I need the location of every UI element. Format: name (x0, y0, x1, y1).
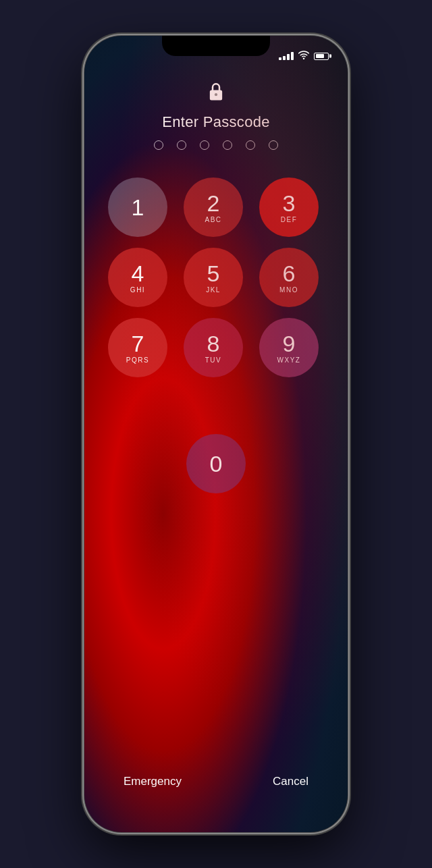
key-4[interactable]: 4 GHI (108, 248, 167, 307)
key-8[interactable]: 8 TUV (184, 318, 243, 377)
key-3[interactable]: 3 DEF (259, 178, 319, 237)
notch (162, 36, 270, 56)
status-icons (279, 51, 329, 61)
key-1[interactable]: 1 (108, 178, 167, 237)
cancel-button[interactable]: Cancel (266, 768, 315, 795)
passcode-dot-1 (154, 140, 163, 150)
key-9-number: 9 (283, 332, 296, 355)
key-8-number: 8 (207, 332, 220, 355)
keypad-bottom: 0 (108, 434, 324, 493)
passcode-title: Enter Passcode (162, 113, 270, 131)
key-4-letters: GHI (130, 286, 145, 294)
key-5-number: 5 (207, 262, 220, 285)
key-6[interactable]: 6 MNO (259, 248, 319, 307)
key-2-letters: ABC (205, 216, 221, 223)
lock-icon (205, 82, 227, 102)
passcode-dot-4 (223, 140, 232, 150)
key-5[interactable]: 5 JKL (184, 248, 243, 307)
key-9-letters: WXYZ (277, 356, 301, 364)
phone-screen: Enter Passcode 1 2 ABC 3 DEF 4 (84, 36, 348, 832)
key-2-number: 2 (207, 192, 220, 215)
passcode-dot-5 (246, 140, 255, 150)
svg-point-1 (215, 93, 217, 96)
key-3-letters: DEF (281, 216, 298, 223)
keypad: 1 2 ABC 3 DEF 4 GHI 5 JKL 6 MNO (108, 178, 324, 377)
key-8-letters: TUV (205, 356, 222, 364)
key-7-number: 7 (132, 332, 144, 355)
passcode-dot-2 (177, 140, 186, 150)
key-1-number: 1 (132, 196, 144, 219)
key-9[interactable]: 9 WXYZ (259, 318, 319, 377)
key-0[interactable]: 0 (186, 434, 246, 493)
lock-icon-container (205, 82, 227, 102)
bottom-bar: Emergency Cancel (84, 768, 348, 795)
key-0-number: 0 (210, 452, 223, 475)
key-5-letters: JKL (206, 286, 221, 294)
key-7[interactable]: 7 PQRS (108, 318, 167, 377)
key-6-number: 6 (283, 262, 296, 285)
emergency-button[interactable]: Emergency (117, 768, 188, 795)
key-6-letters: MNO (279, 286, 298, 294)
wifi-icon (298, 51, 309, 61)
battery-icon (314, 53, 329, 60)
key-7-letters: PQRS (126, 356, 149, 364)
key-3-number: 3 (283, 192, 296, 215)
key-4-number: 4 (132, 262, 144, 285)
passcode-dot-3 (200, 140, 209, 150)
passcode-dot-6 (269, 140, 278, 150)
phone-frame: Enter Passcode 1 2 ABC 3 DEF 4 (84, 36, 348, 832)
signal-icon (279, 52, 294, 60)
key-2[interactable]: 2 ABC (184, 178, 243, 237)
passcode-dots (154, 140, 278, 150)
